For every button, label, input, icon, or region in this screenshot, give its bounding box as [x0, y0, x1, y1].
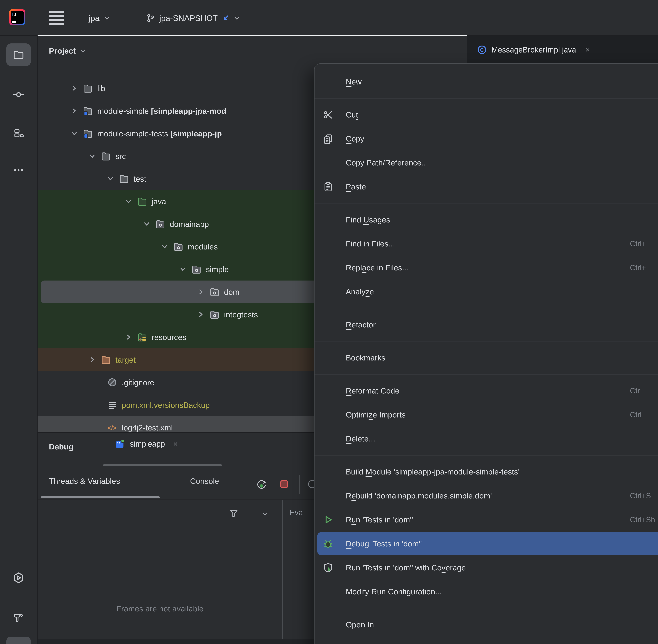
- tree-row-label: modules: [188, 242, 218, 251]
- chevron-expanded-icon[interactable]: [87, 151, 97, 161]
- chevron-expanded-icon[interactable]: [178, 264, 188, 274]
- chevron-expanded-icon[interactable]: [142, 219, 152, 229]
- chevron-collapsed-icon[interactable]: [87, 355, 97, 365]
- tree-row-label: log4j2-test.xml: [122, 423, 173, 432]
- menu-item-analyze[interactable]: Analyze: [315, 280, 658, 304]
- menu-item-label: New: [346, 77, 362, 86]
- menu-item-build-module-simpleapp-jpa-module-simple-tests[interactable]: Build Module 'simpleapp-jpa-module-simpl…: [315, 460, 658, 484]
- menu-item-copy-path-reference[interactable]: Copy Path/Reference...: [315, 151, 658, 175]
- tree-row-label: java: [152, 197, 166, 206]
- menu-item-label: Copy Path/Reference...: [346, 158, 428, 167]
- chevron-down-icon: [80, 47, 87, 54]
- debug-session-tab[interactable]: simpleapp ×: [114, 438, 178, 449]
- chevron-collapsed-icon[interactable]: [69, 83, 79, 93]
- menu-item-optimize-imports[interactable]: Optimize ImportsCtrl: [315, 403, 658, 427]
- chevron-expanded-icon[interactable]: [69, 129, 79, 138]
- menu-item-cut[interactable]: Cut: [315, 103, 658, 127]
- structure-icon: [13, 128, 24, 140]
- active-tab-underline: [41, 496, 160, 498]
- sidebar-item-project[interactable]: [6, 43, 31, 66]
- app-window-icon: [114, 438, 126, 449]
- tab-threads-variables[interactable]: Threads & Variables: [49, 477, 120, 486]
- chevron-expanded-icon[interactable]: [160, 242, 170, 252]
- menu-item-find-in-files[interactable]: Find in Files...Ctrl+: [315, 232, 658, 256]
- vcs-branch-widget[interactable]: jpa-SNAPSHOT: [146, 9, 240, 27]
- xml-file-icon: </>: [107, 422, 117, 432]
- chevron-expanded-icon[interactable]: [123, 197, 134, 206]
- stop-button[interactable]: [279, 479, 290, 489]
- test-resources-icon: [137, 332, 147, 342]
- main-menu-button[interactable]: [49, 11, 64, 25]
- menu-item-run-tests-in-dom-with-coverage[interactable]: Run 'Tests in 'dom'' with Coverage: [315, 556, 658, 580]
- menu-item-refactor[interactable]: Refactor: [315, 313, 658, 337]
- class-icon: C: [477, 45, 487, 55]
- menu-item-replace-in-files[interactable]: Replace in Files...Ctrl+: [315, 256, 658, 280]
- menu-item-paste[interactable]: Paste: [315, 175, 658, 199]
- menu-item-label: Copy: [346, 134, 364, 143]
- evaluate-expression-field[interactable]: Eva: [290, 508, 303, 517]
- chevron-expanded-icon[interactable]: [106, 174, 115, 184]
- project-header[interactable]: Project: [49, 46, 87, 55]
- menu-item-reformat-code[interactable]: Reformat CodeCtr: [315, 379, 658, 403]
- toolbar-divider: [299, 475, 300, 493]
- menu-item-find-usages[interactable]: Find Usages: [315, 208, 658, 232]
- menu-item-label: Run 'Tests in 'dom'': [346, 515, 413, 524]
- close-icon[interactable]: ×: [173, 439, 178, 448]
- left-sidebar: [0, 36, 37, 644]
- menu-item-shortcut: Ctrl+Sh: [630, 515, 655, 524]
- sidebar-item-services[interactable]: [6, 567, 31, 589]
- sidebar-item-more[interactable]: [6, 159, 31, 181]
- tree-row-label: module-simple-tests [simpleapp-jp: [97, 129, 222, 138]
- menu-item-shortcut: Ctrl+: [630, 239, 646, 248]
- project-panel-focus-line: [38, 35, 467, 36]
- menu-item-run-tests-in-dom[interactable]: Run 'Tests in 'dom''Ctrl+Sh: [315, 508, 658, 532]
- chevron-collapsed-icon[interactable]: [69, 106, 79, 116]
- menu-item-label: Replace in Files...: [346, 263, 409, 272]
- menu-item-bookmarks[interactable]: Bookmarks: [315, 346, 658, 370]
- sidebar-item-commit[interactable]: [6, 83, 31, 106]
- menu-item-label: Debug 'Tests in 'dom'': [346, 539, 422, 548]
- filter-chevron-button[interactable]: [261, 510, 272, 521]
- rerun-debug-button[interactable]: [256, 479, 267, 489]
- menu-item-delete[interactable]: Delete...: [315, 427, 658, 451]
- menu-item-label: Open In: [346, 620, 374, 629]
- chevron-collapsed-icon[interactable]: [196, 287, 206, 297]
- close-icon[interactable]: ×: [585, 45, 590, 54]
- menu-item-rebuild-domainapp-modules-simple-dom[interactable]: Rebuild 'domainapp.modules.simple.dom'Ct…: [315, 484, 658, 508]
- menu-item-debug-tests-in-dom[interactable]: Debug 'Tests in 'dom'': [315, 532, 658, 556]
- commit-icon: [13, 89, 24, 100]
- folder-icon: [101, 151, 111, 161]
- menu-item-label: Paste: [346, 182, 366, 191]
- menu-item-copy[interactable]: Copy: [315, 127, 658, 151]
- intellij-logo: IJ: [9, 9, 25, 25]
- project-selector[interactable]: jpa: [89, 9, 110, 27]
- git-branch-icon: [146, 13, 156, 23]
- chevron-collapsed-icon[interactable]: [123, 332, 134, 342]
- menu-item-modify-run-configuration[interactable]: Modify Run Configuration...: [315, 580, 658, 603]
- main-toolbar: IJ jpa jpa-SNAPSHOT: [0, 0, 658, 35]
- menu-item-open-in[interactable]: Open In: [315, 613, 658, 637]
- filter-button[interactable]: [229, 508, 240, 519]
- cut-icon: [323, 109, 334, 120]
- menu-item-shortcut: Ctrl: [630, 410, 641, 419]
- svg-text:C: C: [480, 47, 484, 53]
- tree-row-label: domainapp: [170, 220, 209, 229]
- tab-console[interactable]: Console: [190, 477, 219, 486]
- editor-tab-messagebrokerimpl[interactable]: C MessageBrokerImpl.java ×: [477, 40, 590, 60]
- sidebar-item-structure[interactable]: [6, 123, 31, 145]
- sidebar-item-active-toolwindow-partial[interactable]: [6, 637, 31, 644]
- debug-session-label: simpleapp: [130, 439, 165, 448]
- menu-item-label: Find in Files...: [346, 239, 395, 248]
- copy-icon: [323, 133, 334, 144]
- ignored-file-icon: [107, 377, 117, 387]
- tree-row-label: lib: [97, 84, 105, 93]
- package-icon: [173, 242, 183, 252]
- chevron-collapsed-icon[interactable]: [196, 309, 206, 319]
- debug-pane-divider: [282, 501, 283, 644]
- folder-icon: [119, 174, 129, 184]
- menu-item-new[interactable]: New: [315, 70, 658, 94]
- editor-tab-title: MessageBrokerImpl.java: [492, 45, 576, 54]
- sidebar-item-build[interactable]: [6, 605, 31, 628]
- tree-row-label: simple: [206, 265, 229, 274]
- tree-row-label: .gitignore: [122, 378, 154, 387]
